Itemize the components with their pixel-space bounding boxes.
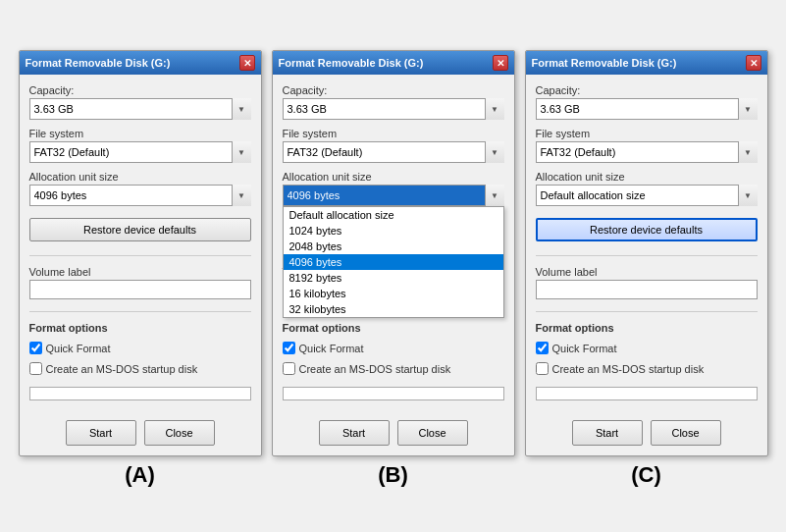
dialogs-container: Format Removable Disk (G:)✕Capacity:3.63… <box>9 40 778 456</box>
allocation-dropdown-item[interactable]: 16 kilobytes <box>284 286 503 301</box>
format-options-label: Format options <box>29 322 251 334</box>
dialog-label-C: (C) <box>525 462 768 488</box>
volume-label: Volume label <box>536 266 758 278</box>
dialog-footer: StartClose <box>20 414 261 455</box>
quick-format-checkbox[interactable] <box>29 342 42 354</box>
progress-bar <box>283 387 504 400</box>
dialog-footer: StartClose <box>526 414 767 455</box>
filesystem-label: File system <box>536 128 758 139</box>
allocation-select[interactable]: 4096 bytes <box>283 185 504 206</box>
filesystem-group: File systemFAT32 (Default)▼ <box>283 128 504 163</box>
dialog-A: Format Removable Disk (G:)✕Capacity:3.63… <box>19 50 262 456</box>
allocation-dropdown-item[interactable]: 1024 bytes <box>284 223 503 239</box>
dialog-B: Format Removable Disk (G:)✕Capacity:3.63… <box>272 50 515 456</box>
allocation-dropdown-item[interactable]: 4096 bytes <box>284 254 503 270</box>
capacity-group: Capacity:3.63 GB▼ <box>29 84 251 120</box>
restore-defaults-button[interactable]: Restore device defaults <box>536 218 758 241</box>
start-button[interactable]: Start <box>319 420 390 446</box>
labels-row: (A)(B)(C) <box>9 456 778 492</box>
dialog-title: Format Removable Disk (G:) <box>26 57 171 69</box>
volume-label-input[interactable] <box>536 280 758 299</box>
filesystem-select[interactable]: FAT32 (Default) <box>29 141 251 163</box>
progress-bar <box>29 387 251 400</box>
allocation-dropdown-item[interactable]: 2048 bytes <box>284 239 503 254</box>
filesystem-group: File systemFAT32 (Default)▼ <box>536 128 758 163</box>
capacity-select[interactable]: 3.63 GB <box>536 98 758 120</box>
format-options-label: Format options <box>283 322 504 334</box>
dialog-label-A: (A) <box>19 462 262 488</box>
allocation-select-wrapper: 4096 bytes▼ <box>283 185 504 206</box>
allocation-dropdown-item[interactable]: Default allocation size <box>284 207 503 223</box>
divider <box>536 311 758 312</box>
dialog-title: Format Removable Disk (G:) <box>279 57 424 69</box>
quick-format-row: Quick Format <box>283 342 504 354</box>
close-icon[interactable]: ✕ <box>239 55 255 71</box>
msdos-label: Create an MS-DOS startup disk <box>46 363 198 375</box>
filesystem-group: File systemFAT32 (Default)▼ <box>29 128 251 163</box>
msdos-row: Create an MS-DOS startup disk <box>536 362 758 375</box>
dialog-footer: StartClose <box>273 414 514 455</box>
allocation-select-wrapper: 4096 bytes▼ <box>29 185 251 206</box>
quick-format-checkbox[interactable] <box>536 342 549 354</box>
filesystem-label: File system <box>29 128 251 139</box>
allocation-label: Allocation unit size <box>29 171 251 183</box>
quick-format-label: Quick Format <box>552 343 617 354</box>
dialog-titlebar: Format Removable Disk (G:)✕ <box>526 51 767 75</box>
divider <box>29 311 251 312</box>
capacity-label: Capacity: <box>283 84 504 96</box>
allocation-group: Allocation unit size4096 bytes▼Default a… <box>283 171 504 206</box>
filesystem-select[interactable]: FAT32 (Default) <box>283 141 504 163</box>
close-button[interactable]: Close <box>397 420 468 446</box>
quick-format-row: Quick Format <box>536 342 758 354</box>
volume-group: Volume label <box>29 266 251 299</box>
msdos-checkbox[interactable] <box>536 362 549 375</box>
capacity-select[interactable]: 3.63 GB <box>29 98 251 120</box>
dialog-label-B: (B) <box>272 462 515 488</box>
allocation-dropdown-item[interactable]: 32 kilobytes <box>284 301 503 317</box>
dialog-title: Format Removable Disk (G:) <box>532 57 677 69</box>
msdos-row: Create an MS-DOS startup disk <box>29 362 251 375</box>
capacity-select-wrapper: 3.63 GB▼ <box>536 98 758 120</box>
msdos-label: Create an MS-DOS startup disk <box>299 363 451 375</box>
dialog-body: Capacity:3.63 GB▼File systemFAT32 (Defau… <box>526 75 767 414</box>
allocation-dropdown-overlay: 4096 bytes▼Default allocation size1024 b… <box>283 185 504 206</box>
capacity-select-wrapper: 3.63 GB▼ <box>283 98 504 120</box>
capacity-select[interactable]: 3.63 GB <box>283 98 504 120</box>
dialog-body: Capacity:3.63 GB▼File systemFAT32 (Defau… <box>20 75 261 414</box>
allocation-select[interactable]: Default allocation size <box>536 185 758 206</box>
msdos-checkbox[interactable] <box>29 362 42 375</box>
allocation-select-wrapper: Default allocation size▼ <box>536 185 758 206</box>
volume-group: Volume label <box>536 266 758 299</box>
close-button[interactable]: Close <box>144 420 215 446</box>
capacity-label: Capacity: <box>536 84 758 96</box>
quick-format-checkbox[interactable] <box>283 342 295 354</box>
quick-format-label: Quick Format <box>46 343 111 354</box>
capacity-group: Capacity:3.63 GB▼ <box>283 84 504 120</box>
divider <box>29 255 251 256</box>
msdos-row: Create an MS-DOS startup disk <box>283 362 504 375</box>
dialog-body: Capacity:3.63 GB▼File systemFAT32 (Defau… <box>273 75 514 414</box>
volume-label-input[interactable] <box>29 280 251 299</box>
close-icon[interactable]: ✕ <box>746 55 761 71</box>
allocation-select[interactable]: 4096 bytes <box>29 185 251 206</box>
allocation-label: Allocation unit size <box>283 171 504 183</box>
restore-defaults-button[interactable]: Restore device defaults <box>29 218 251 241</box>
filesystem-select[interactable]: FAT32 (Default) <box>536 141 758 163</box>
filesystem-select-wrapper: FAT32 (Default)▼ <box>536 141 758 163</box>
filesystem-label: File system <box>283 128 504 139</box>
capacity-select-wrapper: 3.63 GB▼ <box>29 98 251 120</box>
close-button[interactable]: Close <box>651 420 721 446</box>
dialog-titlebar: Format Removable Disk (G:)✕ <box>20 51 261 75</box>
allocation-dropdown-item[interactable]: 8192 bytes <box>284 270 503 286</box>
allocation-group: Allocation unit size4096 bytes▼ <box>29 171 251 206</box>
volume-label: Volume label <box>29 266 251 278</box>
start-button[interactable]: Start <box>66 420 136 446</box>
allocation-group: Allocation unit sizeDefault allocation s… <box>536 171 758 206</box>
close-icon[interactable]: ✕ <box>493 55 508 71</box>
msdos-checkbox[interactable] <box>283 362 295 375</box>
progress-bar <box>536 387 758 400</box>
start-button[interactable]: Start <box>572 420 643 446</box>
dialog-titlebar: Format Removable Disk (G:)✕ <box>273 51 514 75</box>
divider <box>536 255 758 256</box>
msdos-label: Create an MS-DOS startup disk <box>552 363 705 375</box>
